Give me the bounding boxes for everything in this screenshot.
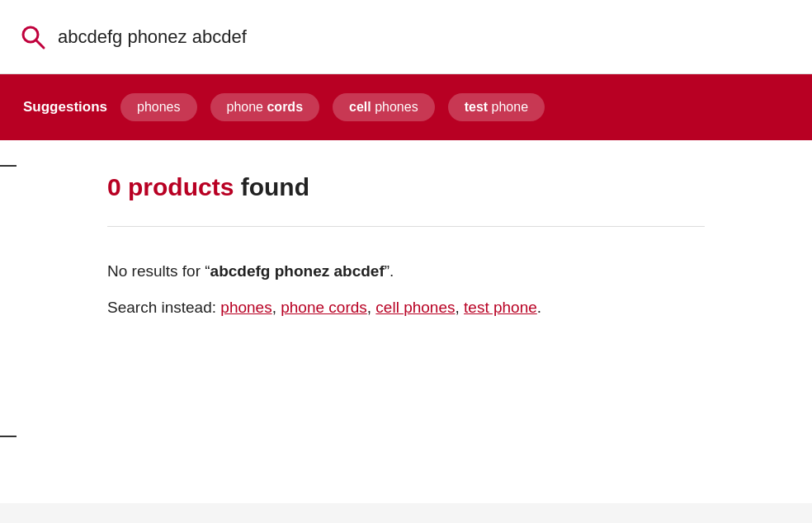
search-instead-label: Search instead:	[107, 299, 216, 316]
suggestions-label: Suggestions	[23, 99, 107, 115]
suggestion-chip-phone-cords[interactable]: phone cords	[210, 93, 320, 121]
search-instead-phone-cords[interactable]: phone cords	[281, 299, 367, 316]
svg-line-1	[36, 40, 44, 48]
left-border-top	[0, 165, 17, 167]
no-results-text: No results for “abcdefg phonez abcdef”.	[107, 260, 705, 284]
no-results-query: abcdefg phonez abcdef	[210, 262, 385, 280]
no-results-suffix: ”.	[385, 262, 394, 280]
suggestions-bar: Suggestions phones phone cords cell phon…	[0, 74, 812, 140]
search-instead-phones[interactable]: phones	[220, 299, 271, 316]
suggestion-chip-cell-phones[interactable]: cell phones	[333, 93, 435, 121]
search-instead-test-phone[interactable]: test phone	[464, 299, 537, 316]
products-count: 0	[107, 173, 121, 200]
products-found: 0 products found	[107, 173, 705, 201]
no-results-prefix: No results for “	[107, 262, 210, 280]
main-content: 0 products found No results for “abcdefg…	[0, 140, 812, 503]
divider	[107, 226, 705, 227]
suggestion-chip-phones[interactable]: phones	[120, 93, 197, 121]
found-label: found	[241, 173, 309, 200]
search-instead: Search instead: phones, phone cords, cel…	[107, 295, 705, 320]
products-label: products	[128, 173, 234, 200]
search-input[interactable]	[58, 26, 792, 48]
search-bar	[0, 0, 812, 74]
suggestion-chip-test-phone[interactable]: test phone	[448, 93, 545, 121]
left-border-bottom	[0, 436, 17, 437]
search-icon	[20, 24, 46, 50]
search-instead-cell-phones[interactable]: cell phones	[375, 299, 455, 316]
